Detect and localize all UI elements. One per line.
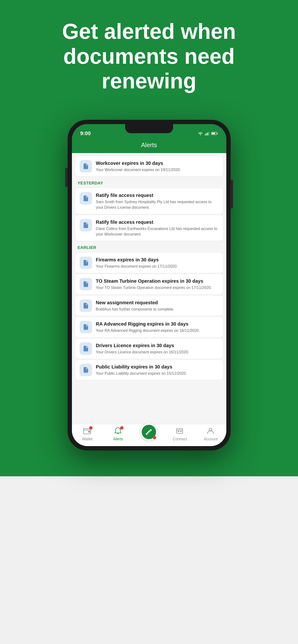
wallet-nav-label: Wallet — [82, 437, 93, 441]
document-icon — [83, 222, 89, 228]
svg-rect-1 — [206, 133, 207, 135]
alert-title-drivers-licence: Drivers Licence expires in 30 days — [96, 342, 219, 348]
nav-item-alerts[interactable]: Alerts — [109, 427, 128, 441]
document-icon — [83, 163, 89, 170]
alert-item-drivers-licence[interactable]: Drivers Licence expires in 30 days Your … — [75, 338, 223, 359]
nav-item-account[interactable]: Account — [201, 427, 220, 441]
notch — [125, 124, 173, 133]
alert-text-steam-turbine: TO Steam Turbine Operation expires in 30… — [96, 278, 219, 290]
app-header: Alerts — [72, 138, 226, 153]
alert-desc-new-assignment: BuildAus has further components to compl… — [96, 307, 219, 312]
alerts-header-title: Alerts — [141, 141, 157, 148]
alerts-badge — [120, 426, 123, 430]
alert-icon-drivers-licence — [80, 342, 92, 355]
svg-rect-10 — [178, 431, 179, 432]
phone-shell: 9:00 — [68, 120, 231, 450]
account-nav-icon — [206, 427, 215, 436]
account-icon — [206, 427, 215, 434]
alert-item-steam-turbine[interactable]: TO Steam Turbine Operation expires in 30… — [75, 274, 223, 294]
connect-nav-label: Connect — [173, 437, 187, 441]
status-bar: 9:00 — [72, 124, 226, 138]
alert-item-ra-rigging[interactable]: RA Advanced Rigging expires in 30 days Y… — [75, 317, 223, 337]
document-icon — [83, 345, 89, 352]
alert-desc-steam-turbine: Your TO Steam Turbine Operation document… — [96, 285, 219, 290]
alert-title-workcover: Workcover expires in 30 days — [96, 160, 219, 166]
alert-item-firearms[interactable]: Firearms expires in 30 days Your Firearm… — [75, 253, 223, 273]
alert-icon-ratify-1 — [80, 192, 92, 204]
alert-text-new-assignment: New assignment requested BuildAus has fu… — [96, 300, 219, 312]
alert-icon-new-assignment — [80, 300, 92, 312]
connect-nav-icon — [175, 427, 184, 436]
nav-item-scan[interactable] — [139, 428, 158, 440]
section-label-earlier: EARLIER — [72, 242, 226, 252]
svg-rect-3 — [209, 132, 209, 135]
alert-text-ratify-1: Ratify file access request Sam Smith fro… — [96, 192, 219, 210]
alert-text-workcover: Workcover expires in 30 days Your Workco… — [96, 160, 219, 172]
alert-title-ratify-1: Ratify file access request — [96, 192, 219, 198]
alert-title-ra-rigging: RA Advanced Rigging expires in 30 days — [96, 321, 219, 327]
alert-item-workcover[interactable]: Workcover expires in 30 days Your Workco… — [75, 156, 223, 176]
scan-fab-badge — [153, 436, 156, 439]
section-label-yesterday: YESTERDAY — [72, 178, 226, 187]
document-icon — [83, 281, 89, 288]
scan-fab[interactable] — [140, 423, 158, 440]
document-icon — [83, 195, 89, 202]
alert-desc-ratify-1: Sam Smith from Sydney Hospitality Pty Lt… — [96, 199, 219, 210]
alert-title-public-liability: Public Liability expires in 30 days — [96, 364, 219, 370]
alert-icon-public-liability — [80, 364, 92, 376]
scan-icon — [145, 428, 153, 436]
document-icon — [83, 324, 89, 330]
svg-rect-11 — [180, 431, 181, 432]
hero-text: Get alerted when documents need renewing — [0, 19, 298, 94]
account-nav-label: Account — [204, 437, 218, 441]
alert-text-ratify-2: Ratify file access request Clare Collins… — [96, 219, 219, 237]
alert-text-public-liability: Public Liability expires in 30 days Your… — [96, 364, 219, 376]
document-icon — [83, 260, 89, 266]
svg-rect-0 — [205, 134, 206, 135]
alert-text-ra-rigging: RA Advanced Rigging expires in 30 days Y… — [96, 321, 219, 333]
nav-item-connect[interactable]: Connect — [170, 427, 189, 441]
alerts-nav-label: Alerts — [113, 437, 123, 441]
battery-icon — [211, 132, 218, 135]
alert-item-ratify-1[interactable]: Ratify file access request Sam Smith fro… — [75, 188, 223, 214]
svg-rect-8 — [88, 431, 90, 432]
wifi-icon — [198, 132, 203, 135]
status-icons — [198, 132, 218, 135]
svg-rect-9 — [176, 428, 183, 434]
phone-mockup: 9:00 — [68, 120, 231, 450]
background-white — [0, 476, 298, 644]
alert-title-new-assignment: New assignment requested — [96, 300, 219, 306]
phone-screen: 9:00 — [72, 124, 226, 446]
alert-icon-workcover — [80, 160, 92, 172]
alert-desc-workcover: Your Workcover document expires on 19/11… — [96, 167, 219, 172]
alert-title-steam-turbine: TO Steam Turbine Operation expires in 30… — [96, 278, 219, 284]
alert-item-ratify-2[interactable]: Ratify file access request Clare Collins… — [75, 215, 223, 241]
alert-desc-drivers-licence: Your Drivers Licence document expires on… — [96, 350, 219, 355]
alert-desc-ratify-2: Clare Collins from Earthworks Excavation… — [96, 226, 219, 237]
document-icon — [83, 302, 89, 309]
alert-desc-ra-rigging: Your RA Advanced Rigging document expire… — [96, 328, 219, 333]
wallet-badge — [89, 426, 93, 430]
alert-icon-ra-rigging — [80, 321, 92, 333]
alert-icon-steam-turbine — [80, 278, 92, 290]
alert-item-new-assignment[interactable]: New assignment requested BuildAus has fu… — [75, 296, 223, 316]
nav-item-wallet[interactable]: Wallet — [78, 427, 97, 441]
connect-icon — [175, 427, 184, 434]
alert-desc-public-liability: Your Public Liability document expires o… — [96, 371, 219, 376]
bottom-nav: Wallet Alerts — [72, 424, 226, 446]
alert-desc-firearms: Your Firearms document expires on 17/11/… — [96, 264, 219, 269]
alert-title-firearms: Firearms expires in 30 days — [96, 256, 219, 263]
wallet-nav-icon — [83, 427, 92, 436]
signal-icon — [205, 132, 209, 135]
alerts-nav-icon — [114, 427, 123, 436]
status-time: 9:00 — [80, 130, 91, 136]
alert-text-firearms: Firearms expires in 30 days Your Firearm… — [96, 256, 219, 269]
alert-icon-ratify-2 — [80, 219, 92, 232]
svg-rect-2 — [207, 132, 208, 135]
svg-rect-5 — [217, 133, 218, 134]
document-icon — [83, 366, 89, 373]
alert-icon-firearms — [80, 256, 92, 269]
alert-item-public-liability[interactable]: Public Liability expires in 30 days Your… — [75, 360, 223, 380]
svg-rect-6 — [212, 133, 215, 134]
alerts-scroll-content[interactable]: Workcover expires in 30 days Your Workco… — [72, 153, 226, 424]
